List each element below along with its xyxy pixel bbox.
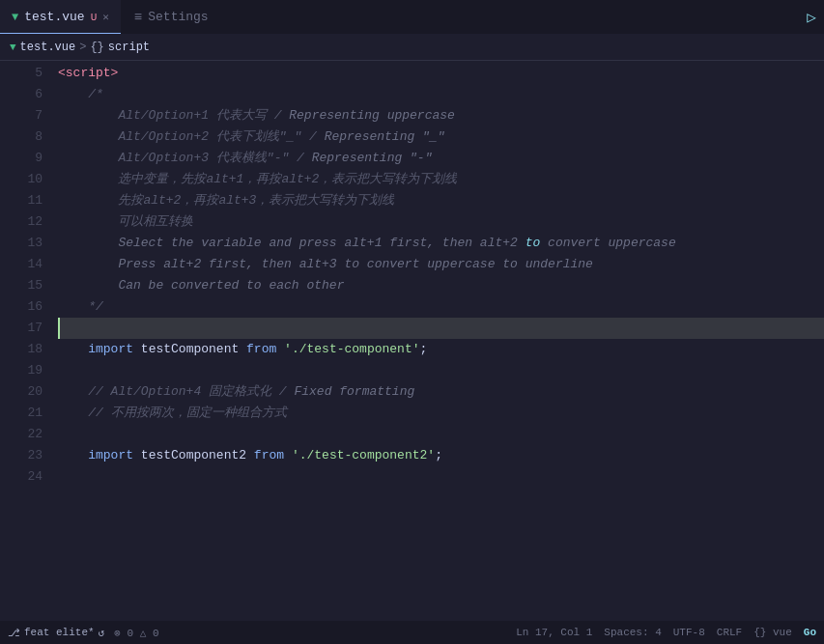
code-line-24 (58, 466, 824, 488)
spaces-setting[interactable]: Spaces: 4 (604, 627, 661, 638)
code-line-10: 选中变量，先按alt+1，再按alt+2，表示把大写转为下划线 (58, 169, 824, 190)
line-num-17: 17 (0, 318, 43, 339)
code-token: Can be converted to each other (58, 275, 344, 296)
code-line-9: Alt/Option+3 代表横线"-" / Representing "-" (58, 148, 824, 169)
code-token: Representing uppercase (289, 105, 455, 126)
status-bar: ⎇ feat elite* ↺ ⊗ 0 △ 0 Ln 17, Col 1 Spa… (0, 621, 824, 644)
code-token: Alt/Option+3 代表横线"-" / (58, 148, 312, 169)
language-mode[interactable]: {} vue (753, 627, 792, 638)
code-token: Alt/Option+1 代表大写 / (58, 105, 289, 126)
code-editor[interactable]: <script> /* Alt/Option+1 代表大写 / Represen… (50, 61, 824, 621)
code-token: Fixed formatting (294, 381, 414, 403)
status-left: ⎇ feat elite* ↺ ⊗ 0 △ 0 (8, 627, 159, 639)
line-numbers: 5 6 7 8 9 10 11 12 13 14 15 16 17 18 19 … (0, 61, 50, 621)
tab-active-indicator (0, 33, 121, 34)
line-num-24: 24 (0, 466, 43, 488)
code-token-to: to (526, 233, 541, 254)
vue-file-icon: ▼ (12, 11, 18, 24)
code-token (276, 339, 284, 360)
line-num-20: 20 (0, 381, 43, 403)
line-num-6: 6 (0, 84, 43, 105)
line-num-12: 12 (0, 211, 43, 233)
code-line-8: Alt/Option+2 代表下划线"_" / Representing "_" (58, 126, 824, 148)
code-token: from (246, 339, 276, 360)
code-token: // Alt/Option+4 固定格式化 / (58, 381, 294, 403)
code-token (58, 360, 66, 381)
tab-label: test.vue (24, 10, 84, 24)
code-token: 选中变量，先按alt+1，再按alt+2，表示把大写转为下划线 (58, 169, 457, 190)
code-token: testComponent (133, 339, 246, 360)
tab-bar: ▼ test.vue U ✕ ≡ Settings ▷ (0, 0, 824, 34)
code-line-23: import testComponent2 from './test-compo… (58, 445, 824, 466)
code-token: // 不用按两次，固定一种组合方式 (58, 403, 287, 424)
line-num-23: 23 (0, 445, 43, 466)
code-line-17 (58, 318, 824, 339)
line-num-14: 14 (0, 254, 43, 275)
branch-name: feat elite* (24, 627, 95, 638)
settings-tab-label: Settings (148, 10, 208, 24)
breadcrumb-sep-1: > (79, 41, 86, 54)
code-token: Press alt+2 first, then alt+3 to convert… (58, 254, 593, 275)
status-branch[interactable]: ⎇ feat elite* ↺ (8, 627, 104, 639)
branch-icon: ⎇ (8, 627, 20, 639)
code-line-15: Can be converted to each other (58, 275, 824, 296)
code-line-11: 先按alt+2，再按alt+3，表示把大写转为下划线 (58, 190, 824, 211)
line-num-7: 7 (0, 105, 43, 126)
code-token (58, 445, 88, 466)
code-token: Select the variable and press alt+1 firs… (58, 233, 526, 254)
line-num-13: 13 (0, 233, 43, 254)
status-right: Ln 17, Col 1 Spaces: 4 UTF-8 CRLF {} vue… (516, 627, 816, 638)
breadcrumb-section[interactable]: script (108, 41, 150, 54)
code-token (60, 318, 68, 339)
code-token: './test-component' (284, 339, 419, 360)
tab-modified-indicator: U (91, 12, 98, 23)
code-token: /* (58, 84, 103, 105)
code-token: ; (435, 445, 442, 466)
code-token: convert uppercase (540, 233, 675, 254)
code-line-6: /* (58, 84, 824, 105)
run-button[interactable]: ▷ (807, 8, 816, 27)
code-token: ; (420, 339, 428, 360)
line-num-15: 15 (0, 275, 43, 296)
sync-icon[interactable]: ↺ (99, 627, 105, 639)
tab-close-button[interactable]: ✕ (102, 11, 109, 23)
code-line-19 (58, 360, 824, 381)
tab-settings[interactable]: ≡ Settings (121, 0, 222, 34)
code-line-5: <script> (58, 63, 824, 84)
breadcrumb: ▼ test.vue > {} script (0, 34, 824, 61)
status-errors[interactable]: ⊗ 0 △ 0 (114, 627, 158, 639)
code-token: 先按alt+2，再按alt+3，表示把大写转为下划线 (58, 190, 394, 211)
line-num-19: 19 (0, 360, 43, 381)
code-token: './test-component2' (292, 445, 435, 466)
tab-test-vue[interactable]: ▼ test.vue U ✕ (0, 0, 121, 34)
code-token: */ (58, 296, 103, 318)
code-token: 可以相互转换 (58, 211, 193, 233)
code-line-13: Select the variable and press alt+1 firs… (58, 233, 824, 254)
breadcrumb-file[interactable]: test.vue (20, 41, 76, 54)
code-line-12: 可以相互转换 (58, 211, 824, 233)
go-button[interactable]: Go (804, 627, 816, 638)
code-token (58, 466, 66, 488)
breadcrumb-vue-icon: ▼ (10, 42, 16, 53)
code-token: import (88, 339, 133, 360)
line-ending[interactable]: CRLF (717, 627, 742, 638)
encoding[interactable]: UTF-8 (673, 627, 705, 638)
editor-area: 5 6 7 8 9 10 11 12 13 14 15 16 17 18 19 … (0, 61, 824, 621)
code-token (58, 424, 66, 445)
breadcrumb-section-icon: {} (90, 41, 103, 54)
code-token: <script> (58, 63, 118, 84)
settings-icon: ≡ (134, 10, 142, 25)
code-line-18: import testComponent from './test-compon… (58, 339, 824, 360)
code-line-16: */ (58, 296, 824, 318)
code-token: import (88, 445, 133, 466)
line-num-9: 9 (0, 148, 43, 169)
code-token (284, 445, 292, 466)
code-line-7: Alt/Option+1 代表大写 / Representing upperca… (58, 105, 824, 126)
cursor-position[interactable]: Ln 17, Col 1 (516, 627, 592, 638)
code-token: testComponent2 (133, 445, 254, 466)
line-num-22: 22 (0, 424, 43, 445)
code-line-20: // Alt/Option+4 固定格式化 / Fixed formatting (58, 381, 824, 403)
code-line-21: // 不用按两次，固定一种组合方式 (58, 403, 824, 424)
line-num-21: 21 (0, 403, 43, 424)
line-num-18: 18 (0, 339, 43, 360)
